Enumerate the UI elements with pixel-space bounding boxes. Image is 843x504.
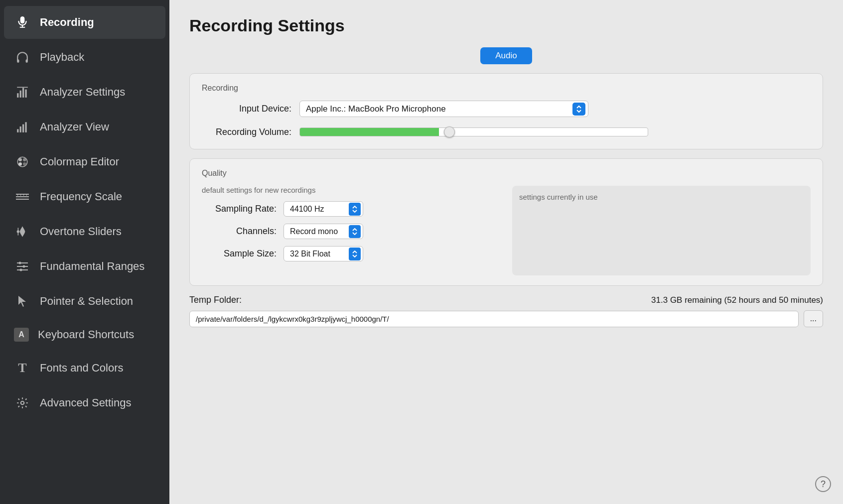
channels-select-wrapper: Record mono [283,224,363,239]
sidebar-item-label-analyzer-view: Analyzer View [40,121,109,133]
svg-rect-12 [22,125,24,132]
sidebar-item-overtone-sliders[interactable]: Overtone Sliders [4,215,165,248]
sidebar-item-keyboard-shortcuts[interactable]: A Keyboard Shortcuts [4,320,165,350]
sidebar-item-colormap-editor[interactable]: Colormap Editor [4,145,165,178]
svg-point-35 [21,401,24,405]
quality-default-col: default settings for new recordings Samp… [202,186,500,275]
headphone-icon [14,49,31,66]
volume-slider[interactable] [299,125,648,139]
svg-rect-10 [17,129,18,132]
quality-default-label: default settings for new recordings [202,186,500,194]
svg-rect-11 [20,126,21,132]
slider-thumb[interactable] [444,126,455,137]
temp-folder-path-row: ... [189,310,823,327]
svg-point-34 [20,269,22,271]
svg-point-16 [23,158,26,161]
sample-size-select[interactable]: 32 Bit Float [283,246,363,261]
sidebar-item-label-keyboard-shortcuts: Keyboard Shortcuts [38,328,134,341]
svg-point-18 [23,162,26,166]
sampling-rate-select-wrapper: 44100 Hz [283,201,363,217]
sidebar-item-analyzer-view[interactable]: Analyzer View [4,111,165,143]
sidebar-item-pointer-selection[interactable]: Pointer & Selection [4,285,165,318]
input-device-select[interactable]: Apple Inc.: MacBook Pro Microphone [299,101,588,117]
quality-current-label: settings currently in use [512,186,811,201]
svg-rect-4 [26,59,28,63]
sidebar-item-advanced-settings[interactable]: Advanced Settings [4,386,165,419]
sampling-rate-label: Sampling Rate: [202,204,277,214]
temp-folder-section: Temp Folder: 31.3 GB remaining (52 hours… [189,295,823,327]
svg-rect-3 [17,59,19,63]
svg-rect-7 [22,88,24,98]
frequency-scale-icon [14,188,31,205]
advanced-settings-icon [14,394,31,411]
sidebar-item-label-fundamental-ranges: Fundamental Ranges [40,260,144,273]
sidebar-item-label-pointer-selection: Pointer & Selection [40,295,133,308]
sidebar-item-fonts-colors[interactable]: T Fonts and Colors [4,352,165,384]
sidebar-item-label-overtone-sliders: Overtone Sliders [40,225,122,238]
sidebar-item-label-recording: Recording [40,16,94,29]
keyboard-shortcuts-icon: A [14,328,29,342]
svg-rect-0 [20,16,25,23]
svg-point-26 [17,230,19,233]
quality-fields: Sampling Rate: 44100 Hz [202,201,500,261]
quality-inner: default settings for new recordings Samp… [202,186,811,275]
input-device-label: Input Device: [202,104,291,114]
analyzer-view-icon [14,119,31,135]
main-content: Recording Settings Audio Recording Input… [169,0,843,504]
recording-volume-row: Recording Volume: [202,125,811,139]
svg-rect-21 [16,199,29,200]
page-title: Recording Settings [189,16,823,35]
sampling-rate-row: Sampling Rate: 44100 Hz [202,201,500,217]
svg-point-15 [18,158,22,161]
help-button[interactable]: ? [815,476,831,492]
sample-size-label: Sample Size: [202,249,277,259]
svg-rect-24 [23,194,24,196]
sidebar-item-fundamental-ranges[interactable]: Fundamental Ranges [4,250,165,283]
sidebar-item-label-playback: Playback [40,51,84,64]
temp-folder-label: Temp Folder: [189,295,242,305]
channels-select[interactable]: Record mono [283,224,363,239]
sidebar: Recording Playback Analyzer Settings [0,0,169,504]
quality-current-col: settings currently in use [512,186,811,275]
fundamental-ranges-icon [14,258,31,275]
recording-volume-label: Recording Volume: [202,127,291,137]
browse-button[interactable]: ... [804,310,823,327]
overtone-sliders-icon [14,223,31,240]
microphone-icon [14,14,31,31]
sidebar-item-label-advanced-settings: Advanced Settings [40,396,131,409]
sidebar-item-label-frequency-scale: Frequency Scale [40,190,122,203]
fonts-colors-icon: T [14,360,31,377]
sidebar-item-label-colormap-editor: Colormap Editor [40,155,119,168]
svg-rect-25 [26,194,27,196]
sample-size-row: Sample Size: 32 Bit Float [202,246,500,261]
slider-fill [300,128,439,136]
svg-point-32 [19,262,21,264]
input-device-row: Input Device: Apple Inc.: MacBook Pro Mi… [202,101,811,117]
temp-folder-path-input[interactable] [189,311,799,327]
quality-section-label: Quality [202,169,811,178]
sidebar-item-recording[interactable]: Recording [4,6,165,39]
svg-rect-22 [17,194,18,196]
audio-tab[interactable]: Audio [480,47,532,64]
svg-rect-23 [20,194,21,196]
svg-point-14 [17,157,27,167]
pointer-selection-icon [14,293,31,310]
tab-bar: Audio [189,47,823,64]
temp-folder-row: Temp Folder: 31.3 GB remaining (52 hours… [189,295,823,305]
sidebar-item-analyzer-settings[interactable]: Analyzer Settings [4,76,165,109]
sidebar-item-frequency-scale[interactable]: Frequency Scale [4,180,165,213]
channels-label: Channels: [202,226,277,237]
svg-rect-8 [25,90,26,98]
recording-section-label: Recording [202,84,811,93]
sidebar-item-playback[interactable]: Playback [4,41,165,74]
sample-size-select-wrapper: 32 Bit Float [283,246,363,261]
svg-rect-5 [17,93,18,98]
svg-rect-13 [25,122,26,132]
slider-track [299,127,648,136]
temp-folder-info: 31.3 GB remaining (52 hours and 50 minut… [651,295,823,305]
svg-point-17 [18,162,22,166]
svg-rect-20 [16,196,29,197]
sampling-rate-select[interactable]: 44100 Hz [283,201,363,217]
svg-rect-6 [20,91,21,98]
analyzer-settings-icon [14,84,31,101]
